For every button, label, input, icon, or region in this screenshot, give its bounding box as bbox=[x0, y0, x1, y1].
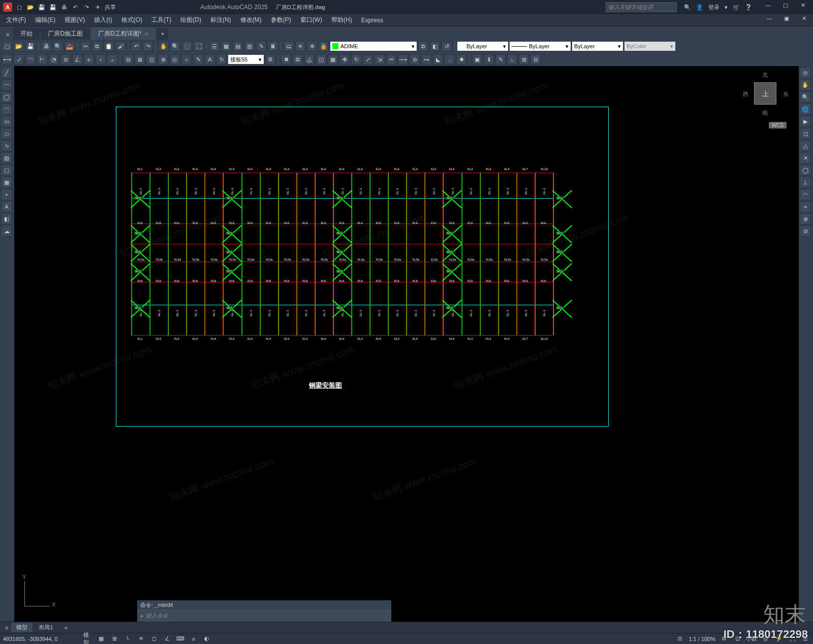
dim-cont-icon[interactable]: ⫠ bbox=[107, 54, 117, 65]
dim-edit-icon[interactable]: ✎ bbox=[193, 54, 203, 65]
layout-tab-1[interactable]: 布局1 bbox=[34, 623, 58, 632]
dim-tol-icon[interactable]: ⊡ bbox=[146, 54, 157, 65]
tb-zoomwin-icon[interactable]: ⬚ bbox=[182, 41, 192, 51]
block-make-icon[interactable]: ▣ bbox=[472, 54, 482, 65]
layout-tab-model[interactable]: 模型 bbox=[11, 623, 33, 632]
move-icon[interactable]: ✥ bbox=[339, 54, 350, 65]
login-label[interactable]: 登录 bbox=[708, 4, 720, 11]
array-icon[interactable]: ▦ bbox=[328, 54, 338, 65]
chamfer-icon[interactable]: ◣ bbox=[433, 54, 443, 65]
layout-add-button[interactable]: + bbox=[59, 624, 73, 632]
osnap-cen-icon[interactable]: ◯ bbox=[800, 165, 811, 176]
menu-draw[interactable]: 绘图(D) bbox=[176, 15, 205, 25]
command-input[interactable]: ▸ 键入命令 bbox=[137, 610, 391, 622]
gradient-icon[interactable]: ◧ bbox=[1, 213, 12, 224]
spline-icon[interactable]: ∿ bbox=[1, 140, 12, 151]
close-button[interactable]: ✕ bbox=[796, 2, 810, 12]
layout-menu-icon[interactable]: ≡ bbox=[3, 624, 10, 632]
viewcube-west[interactable]: 西 bbox=[743, 90, 748, 98]
mirror-icon[interactable]: ⧋ bbox=[304, 54, 315, 65]
menu-tools[interactable]: 工具(T) bbox=[147, 15, 175, 25]
menu-dim[interactable]: 标注(N) bbox=[206, 15, 235, 25]
xref-icon[interactable]: ⎁ bbox=[507, 54, 517, 65]
rotate-icon[interactable]: ↻ bbox=[351, 54, 361, 65]
dim-update-icon[interactable]: ↻ bbox=[216, 54, 227, 65]
viewcube-east[interactable]: 东 bbox=[783, 90, 789, 98]
break-icon[interactable]: ⊘ bbox=[410, 54, 420, 65]
share-label[interactable]: 共享 bbox=[105, 4, 116, 11]
tb-publish-icon[interactable]: 📤 bbox=[65, 41, 75, 51]
stretch-icon[interactable]: ⇲ bbox=[374, 54, 385, 65]
menu-modify[interactable]: 修改(M) bbox=[236, 15, 266, 25]
viewcube[interactable]: 北 西 东 南 上 bbox=[743, 71, 789, 117]
transparency-icon[interactable]: ◐ bbox=[202, 634, 211, 643]
search-input[interactable]: 键入关键字或短语 bbox=[606, 2, 677, 12]
dim-base-icon[interactable]: ⫞ bbox=[96, 54, 106, 65]
point-icon[interactable]: • bbox=[1, 189, 12, 200]
menu-view[interactable]: 视图(V) bbox=[60, 15, 89, 25]
basket-icon[interactable]: 🛒 bbox=[733, 4, 740, 11]
doc-restore-button[interactable]: ▣ bbox=[779, 15, 794, 25]
viewcube-top[interactable]: 上 bbox=[754, 82, 776, 105]
wcs-badge[interactable]: WCS bbox=[769, 122, 787, 128]
osnap-mid-icon[interactable]: △ bbox=[800, 140, 811, 151]
layer-dropdown[interactable]: ADIME ▾ bbox=[330, 42, 417, 51]
menu-insert[interactable]: 插入(I) bbox=[90, 15, 116, 25]
osnap-end-icon[interactable]: ◻ bbox=[800, 128, 811, 139]
open-icon[interactable]: 📂 bbox=[26, 3, 35, 11]
search-icon[interactable]: 🔍 bbox=[684, 4, 691, 11]
tb-zoomext-icon[interactable]: ⛶ bbox=[194, 41, 204, 51]
osnap-perp-icon[interactable]: ⊥ bbox=[800, 177, 811, 188]
offset-icon[interactable]: ◫ bbox=[316, 54, 326, 65]
ortho-toggle-icon[interactable]: └ bbox=[123, 634, 132, 643]
dim-space-icon[interactable]: ⊟ bbox=[123, 54, 133, 65]
undo-icon[interactable]: ↶ bbox=[71, 3, 79, 11]
dyn-toggle-icon[interactable]: ⌨ bbox=[176, 634, 185, 643]
osnap-none-icon[interactable]: ⊘ bbox=[800, 226, 811, 237]
region-icon[interactable]: ▢ bbox=[1, 165, 12, 176]
saveas-icon[interactable]: 💾 bbox=[49, 3, 57, 11]
app-icon[interactable]: A bbox=[3, 3, 12, 12]
plotstyle-dropdown[interactable]: ByColor▾ bbox=[624, 42, 675, 51]
tb-new-icon[interactable]: ▢ bbox=[2, 41, 12, 51]
block-insert-icon[interactable]: ⬇ bbox=[484, 54, 494, 65]
tb-mark-icon[interactable]: ✎ bbox=[256, 41, 266, 51]
dim-tedit-icon[interactable]: A bbox=[205, 54, 215, 65]
layer-filter-icon[interactable]: ⧉ bbox=[418, 41, 428, 51]
dim-break-icon[interactable]: ⊠ bbox=[135, 54, 145, 65]
nav-orbit-icon[interactable]: 🌐 bbox=[800, 104, 811, 115]
block-edit-icon[interactable]: ✎ bbox=[495, 54, 506, 65]
dim-aligned-icon[interactable]: ⤢ bbox=[14, 54, 24, 65]
app-menu-icon[interactable]: ▾ bbox=[725, 4, 728, 11]
menu-format[interactable]: 格式(O) bbox=[117, 15, 146, 25]
circle-icon[interactable]: ◯ bbox=[1, 91, 12, 103]
tb-ssm-icon[interactable]: ▥ bbox=[244, 41, 255, 51]
scale-display[interactable]: 1:1 / 100% bbox=[689, 636, 715, 642]
copy-obj-icon[interactable]: ⧉ bbox=[293, 54, 303, 65]
dim-insp-icon[interactable]: ◎ bbox=[170, 54, 180, 65]
doc-tab-1[interactable]: 厂房D施工图 bbox=[41, 27, 90, 40]
nav-zoom-icon[interactable]: 🔍 bbox=[800, 91, 811, 103]
viewcube-south[interactable]: 南 bbox=[762, 109, 768, 117]
dim-diam-icon[interactable]: ⊘ bbox=[60, 54, 71, 65]
lineweight-dropdown[interactable]: ByLayer▾ bbox=[572, 42, 623, 51]
doc-close-button[interactable]: ✕ bbox=[797, 15, 811, 25]
tb-props-icon[interactable]: ☰ bbox=[209, 41, 220, 51]
maximize-button[interactable]: ▢ bbox=[778, 2, 793, 12]
mtext-icon[interactable]: A bbox=[1, 201, 12, 212]
layer-freeze-icon[interactable]: ❄ bbox=[307, 41, 317, 51]
menu-help[interactable]: 帮助(H) bbox=[327, 15, 356, 25]
osnap-int-icon[interactable]: ✕ bbox=[800, 152, 811, 164]
dim-center-icon[interactable]: ⊕ bbox=[158, 54, 168, 65]
join-icon[interactable]: ⊶ bbox=[421, 54, 431, 65]
menu-express[interactable]: Express bbox=[357, 16, 387, 25]
trim-icon[interactable]: ✂ bbox=[386, 54, 396, 65]
layer-iso-icon[interactable]: ◧ bbox=[430, 41, 440, 51]
minimize-button[interactable]: — bbox=[761, 2, 775, 12]
dim-radius-icon[interactable]: ◔ bbox=[49, 54, 59, 65]
erase-icon[interactable]: ✖ bbox=[281, 54, 291, 65]
dimstyle-dropdown[interactable]: 接板55▾ bbox=[228, 55, 264, 64]
help-icon[interactable]: ❔ bbox=[745, 4, 752, 11]
scale-icon[interactable]: ⤢ bbox=[363, 54, 373, 65]
rect-icon[interactable]: ▭ bbox=[1, 116, 12, 127]
